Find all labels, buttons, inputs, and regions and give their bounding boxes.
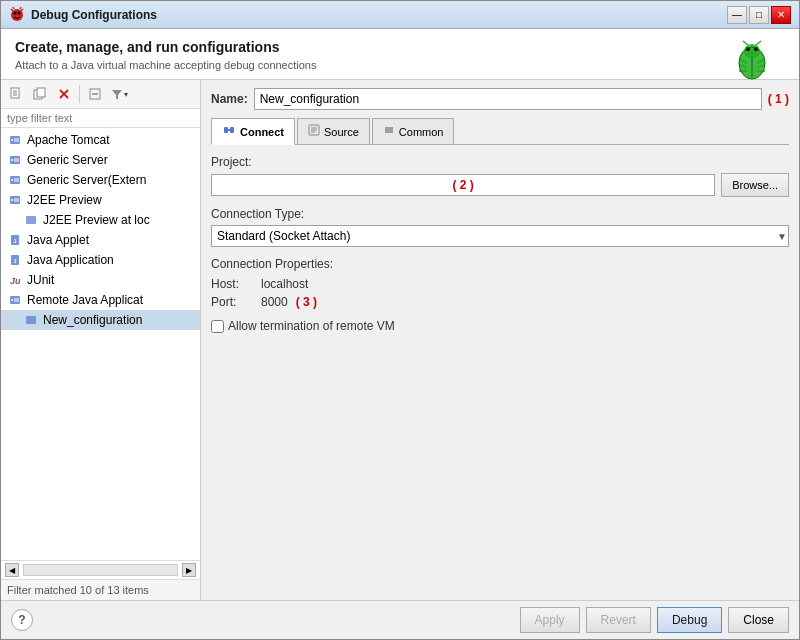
svg-line-12: [756, 41, 761, 45]
tree-item-label: Generic Server(Extern: [27, 173, 146, 187]
svg-rect-60: [230, 127, 234, 133]
name-label: Name:: [211, 92, 248, 106]
svg-point-41: [11, 179, 13, 181]
allow-termination-checkbox[interactable]: [211, 320, 224, 333]
tree-item-label: Remote Java Applicat: [27, 293, 143, 307]
tree-item-apache-tomcat[interactable]: Apache Tomcat: [1, 130, 200, 150]
connection-type-select[interactable]: Standard (Socket Attach): [211, 225, 789, 247]
tree-item-label: Apache Tomcat: [27, 133, 110, 147]
tab-common[interactable]: Common: [372, 118, 455, 144]
config-icon: [23, 212, 39, 228]
duplicate-config-button[interactable]: [29, 83, 51, 105]
remote-icon: [7, 292, 23, 308]
java-icon: J: [7, 252, 23, 268]
project-badge: ( 2 ): [452, 178, 473, 192]
browse-button[interactable]: Browse...: [721, 173, 789, 197]
tabs-row: Connect Source: [211, 118, 789, 145]
scroll-track[interactable]: [23, 564, 178, 576]
connection-props-label: Connection Properties:: [211, 257, 789, 271]
tree-item-generic-server[interactable]: Generic Server: [1, 150, 200, 170]
window-icon: [9, 7, 25, 23]
scroll-left-button[interactable]: ◀: [5, 563, 19, 577]
tree-item-generic-server-extern[interactable]: Generic Server(Extern: [1, 170, 200, 190]
name-input[interactable]: [254, 88, 762, 110]
allow-termination-row: Allow termination of remote VM: [211, 319, 789, 333]
project-row: ( 2 ) Browse...: [211, 173, 789, 197]
help-button[interactable]: ?: [11, 609, 33, 631]
window-controls: — □ ✕: [727, 6, 791, 24]
common-tab-icon: [383, 124, 395, 139]
minimize-button[interactable]: —: [727, 6, 747, 24]
svg-point-8: [744, 44, 760, 58]
host-label: Host:: [211, 277, 261, 291]
svg-point-37: [11, 159, 13, 161]
svg-marker-31: [112, 90, 122, 99]
window-title: Debug Configurations: [31, 8, 727, 22]
new-config-button[interactable]: [5, 83, 27, 105]
tree-item-label: J2EE Preview: [27, 193, 102, 207]
port-value: 8000: [261, 295, 288, 309]
svg-line-11: [743, 41, 748, 45]
host-row: Host: localhost: [211, 277, 789, 291]
filter-input[interactable]: [1, 109, 200, 128]
header-row: Create, manage, and run configurations A…: [15, 39, 785, 71]
tree-item-label: Generic Server: [27, 153, 108, 167]
header-title: Create, manage, and run configurations: [15, 39, 785, 55]
connect-tab-icon: [222, 123, 236, 140]
tree-item-remote-java[interactable]: Remote Java Applicat: [1, 290, 200, 310]
tab-source[interactable]: Source: [297, 118, 370, 144]
close-dialog-button[interactable]: Close: [728, 607, 789, 633]
tree-item-label: Java Applet: [27, 233, 89, 247]
allow-termination-label: Allow termination of remote VM: [228, 319, 395, 333]
revert-button[interactable]: Revert: [586, 607, 651, 633]
header-section: Create, manage, and run configurations A…: [1, 29, 799, 80]
tree-item-label: New_configuration: [43, 313, 142, 327]
connection-type-label: Connection Type:: [211, 207, 789, 221]
name-badge: ( 1 ): [768, 92, 789, 106]
tree-item-junit[interactable]: Ju JUnit: [1, 270, 200, 290]
collapse-button[interactable]: [84, 83, 106, 105]
toolbar-separator: [79, 85, 80, 103]
project-input[interactable]: ( 2 ): [211, 174, 715, 196]
apply-button[interactable]: Apply: [520, 607, 580, 633]
svg-point-33: [11, 139, 13, 141]
tree-item-java-application[interactable]: J Java Application: [1, 250, 200, 270]
title-bar: Debug Configurations — □ ✕: [1, 1, 799, 29]
maximize-button[interactable]: □: [749, 6, 769, 24]
junit-icon: Ju: [7, 272, 23, 288]
header-subtitle: Attach to a Java virtual machine accepti…: [15, 59, 785, 71]
server-icon: [7, 132, 23, 148]
close-window-button[interactable]: ✕: [771, 6, 791, 24]
filter-menu-button[interactable]: ▾: [108, 83, 130, 105]
port-row: Port: 8000 ( 3 ): [211, 295, 789, 309]
source-tab-icon: [308, 124, 320, 139]
svg-text:Ju: Ju: [10, 276, 21, 286]
server-icon: [7, 152, 23, 168]
svg-rect-58: [26, 316, 36, 324]
filter-status: Filter matched 10 of 13 items: [1, 579, 200, 600]
svg-point-1: [14, 11, 17, 14]
svg-line-5: [13, 7, 14, 9]
name-row: Name: ( 1 ): [211, 88, 789, 110]
svg-text:J: J: [13, 258, 16, 264]
svg-point-45: [11, 199, 13, 201]
tree-item-j2ee-preview-loc[interactable]: J2EE Preview at loc: [1, 210, 200, 230]
scroll-right-button[interactable]: ▶: [182, 563, 196, 577]
tree-item-j2ee-preview[interactable]: J2EE Preview: [1, 190, 200, 210]
debug-configurations-window: Debug Configurations — □ ✕ Create, manag…: [0, 0, 800, 640]
delete-config-button[interactable]: [53, 83, 75, 105]
svg-rect-59: [224, 127, 228, 133]
svg-line-3: [11, 9, 13, 11]
connection-type-group: Connection Type: Standard (Socket Attach…: [211, 207, 789, 247]
tab-common-label: Common: [399, 126, 444, 138]
bug-icon: [729, 37, 775, 86]
tree-item-java-applet[interactable]: J Java Applet: [1, 230, 200, 250]
main-content: ▾ Apache Tomcat: [1, 80, 799, 600]
server-icon: [7, 192, 23, 208]
tab-connect[interactable]: Connect: [211, 118, 295, 145]
tree-item-new-configuration[interactable]: New_configuration: [1, 310, 200, 330]
debug-button[interactable]: Debug: [657, 607, 722, 633]
left-toolbar: ▾: [1, 80, 200, 109]
tab-source-label: Source: [324, 126, 359, 138]
bottom-left: ?: [11, 609, 33, 631]
